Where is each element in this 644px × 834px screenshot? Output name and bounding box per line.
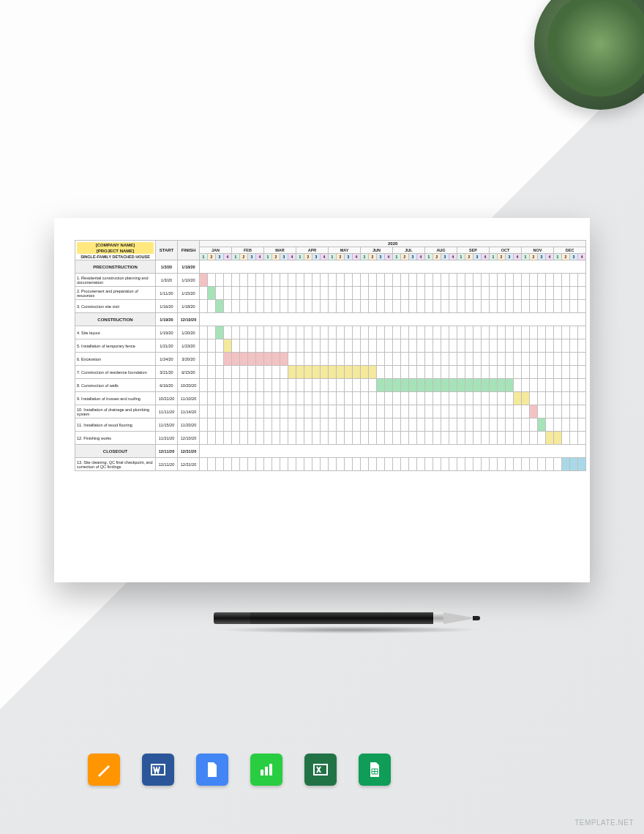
gantt-cell <box>232 379 240 392</box>
gantt-cell <box>361 379 369 392</box>
word-icon[interactable] <box>142 754 174 786</box>
gantt-cell <box>208 300 216 313</box>
excel-icon[interactable] <box>304 754 337 786</box>
gantt-cell <box>304 392 312 405</box>
gantt-cell <box>256 287 264 300</box>
gantt-cell <box>465 366 473 379</box>
gantt-cell <box>329 366 337 379</box>
gantt-cell <box>272 405 280 418</box>
svg-rect-1 <box>209 770 215 772</box>
gantt-cell <box>449 458 457 471</box>
gantt-cell <box>562 432 570 445</box>
gantt-cell <box>377 274 385 287</box>
gantt-cell <box>337 379 345 392</box>
gantt-cell <box>530 300 538 313</box>
svg-rect-5 <box>269 764 272 775</box>
gantt-cell <box>578 287 586 300</box>
gantt-cell <box>449 392 457 405</box>
gantt-cell <box>345 432 353 445</box>
week-header: 3 <box>248 254 256 260</box>
task-start: 1/3/20 <box>156 274 178 287</box>
gantt-cell <box>393 287 401 300</box>
gantt-cell <box>433 287 441 300</box>
gantt-cell <box>256 458 264 471</box>
gantt-cell <box>530 287 538 300</box>
gantt-cell <box>329 379 337 392</box>
gantt-cell <box>232 326 240 339</box>
gantt-cell <box>522 379 530 392</box>
gantt-cell <box>321 432 329 445</box>
gantt-cell <box>345 458 353 471</box>
gantt-cell <box>321 300 329 313</box>
week-header: 4 <box>417 254 425 260</box>
gantt-cell <box>337 405 345 418</box>
gantt-cell <box>208 353 216 366</box>
gantt-cell <box>224 379 232 392</box>
gantt-cell <box>264 418 272 432</box>
gantt-cell <box>361 458 369 471</box>
gantt-cell <box>425 366 433 379</box>
gantt-cell <box>449 418 457 432</box>
gantt-cell <box>530 392 538 405</box>
pen-decoration <box>214 610 492 626</box>
gantt-cell <box>393 326 401 339</box>
week-header: 1 <box>457 254 465 260</box>
gsheets-icon[interactable] <box>359 754 391 786</box>
gantt-cell <box>465 326 473 339</box>
section-row: CLOSEOUT12/11/2012/31/20 <box>75 445 586 458</box>
gantt-cell <box>449 274 457 287</box>
gantt-cell <box>216 353 224 366</box>
gantt-cell <box>554 300 562 313</box>
week-header: 3 <box>441 254 449 260</box>
gantt-cell <box>546 274 554 287</box>
gantt-cell <box>288 379 296 392</box>
gantt-cell <box>546 458 554 471</box>
gantt-cell <box>200 353 208 366</box>
gantt-cell <box>377 392 385 405</box>
gantt-cell <box>546 405 554 418</box>
task-start: 11/11/20 <box>156 405 178 418</box>
gantt-cell <box>385 392 393 405</box>
week-header: 1 <box>329 254 337 260</box>
section-start: 12/11/20 <box>156 445 178 458</box>
gantt-cell <box>570 379 578 392</box>
gantt-cell <box>490 339 498 353</box>
gantt-cell <box>562 418 570 432</box>
gantt-cell <box>465 379 473 392</box>
section-name: PRECONSTRUCTION <box>75 260 156 274</box>
gantt-cell <box>441 432 449 445</box>
scene: [COMPANY NAME] [PROJECT NAME] SINGLE-FAM… <box>0 0 644 834</box>
numbers-icon[interactable] <box>250 754 282 786</box>
gantt-cell <box>200 379 208 392</box>
week-header: 3 <box>345 254 353 260</box>
gantt-cell <box>224 366 232 379</box>
gantt-cell <box>208 405 216 418</box>
gantt-cell <box>321 339 329 353</box>
gdocs-icon[interactable] <box>196 754 228 786</box>
gantt-cell <box>393 418 401 432</box>
task-name: 2. Procurement and preparation of resour… <box>75 287 156 300</box>
gantt-cell <box>409 458 417 471</box>
gantt-cell <box>369 300 377 313</box>
gantt-cell <box>272 418 280 432</box>
gantt-cell <box>482 432 490 445</box>
pages-icon[interactable] <box>88 754 120 786</box>
gantt-cell <box>288 392 296 405</box>
gantt-cell <box>288 366 296 379</box>
gantt-cell <box>256 432 264 445</box>
gantt-cell <box>296 432 304 445</box>
gantt-cell <box>417 274 425 287</box>
gantt-cell <box>417 353 425 366</box>
gantt-cell <box>240 392 248 405</box>
gantt-cell <box>248 339 256 353</box>
month-header: APR <box>296 247 329 254</box>
gantt-cell <box>490 287 498 300</box>
svg-rect-3 <box>261 770 263 775</box>
task-name: 8. Construction of walls <box>75 379 156 392</box>
gantt-cell <box>570 339 578 353</box>
gantt-cell <box>232 366 240 379</box>
task-finish: 11/14/20 <box>178 405 200 418</box>
month-header: JAN <box>200 247 232 254</box>
gantt-cell <box>506 432 514 445</box>
gantt-cell <box>280 432 288 445</box>
